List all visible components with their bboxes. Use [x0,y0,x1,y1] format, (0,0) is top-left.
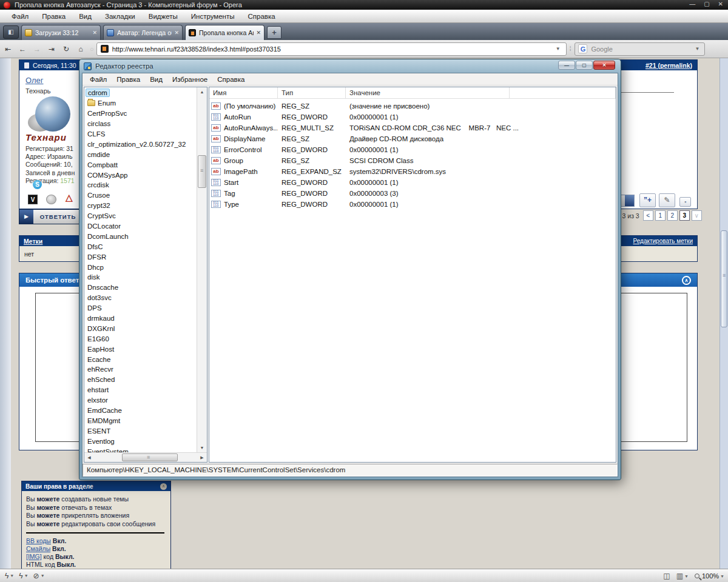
tree-item-disk[interactable]: disk [84,272,197,283]
tree-item-E1G60[interactable]: E1G60 [84,333,197,344]
tree-item-elxstor[interactable]: elxstor [84,395,197,406]
tree-item-Eventlog[interactable]: Eventlog [84,436,197,446]
tab-close-icon[interactable]: ✕ [172,30,179,36]
registry-menu-item-0[interactable]: Файл [85,74,112,85]
multiquote-icon[interactable]: ”+ [639,193,656,207]
tree-item-Enum[interactable]: Enum [84,98,197,109]
opera-menu-item-5[interactable]: Инструменты [184,11,241,22]
registry-value-row[interactable]: 011110StartREG_DWORD0x00000001 (1) [209,177,616,188]
pagination-page-3[interactable]: 3 [679,210,690,221]
tree-horizontal-scrollbar[interactable]: ◀ ▶ [84,452,207,462]
tree-item-drmkaud[interactable]: drmkaud [84,313,197,324]
registry-value-row[interactable]: abAutoRunAlways...REG_MULTI_SZTORiSAN CD… [209,122,616,133]
opera-menu-item-6[interactable]: Справка [241,11,282,22]
scroll-up-icon[interactable]: ▲ [197,87,207,96]
quick-edit-icon[interactable]: ✎ [659,193,675,207]
tree-vertical-scrollbar-thumb[interactable] [198,155,206,188]
column-header-value[interactable]: Значение [346,87,510,99]
reply-button[interactable]: ▶ ответить [19,209,83,224]
window-maximize-button[interactable]: ▢ [704,1,709,7]
tree-item-Ecache[interactable]: Ecache [84,354,197,364]
new-tab-button[interactable]: + [267,26,281,39]
registry-value-row[interactable]: 011110AutoRunREG_DWORD0x00000001 (1) [209,112,616,122]
opera-menu-item-2[interactable]: Вид [72,11,98,22]
ip-icon[interactable]: ▪ [679,197,691,207]
browser-tab-1[interactable]: Аватар: Легенда об Аа...✕ [103,25,183,40]
notes-icon[interactable]: ϟ▼ [19,572,28,580]
tree-item-ehstart[interactable]: ehstart [84,385,197,395]
tree-item-ESENT[interactable]: ESENT [84,426,197,436]
rewind-button[interactable]: ⇤ [1,42,15,56]
opera-menu-item-4[interactable]: Виджеты [142,11,184,22]
registry-value-row[interactable]: abDisplayNameREG_SZДрайвер CD-ROM дисков… [209,133,616,144]
browser-scrollbar-thumb[interactable] [721,230,727,327]
tree-item-EMDMgmt[interactable]: EMDMgmt [84,416,197,426]
home-button[interactable]: ⌂ [74,42,87,56]
registry-value-row[interactable]: abGroupREG_SZSCSI CDROM Class [209,155,616,166]
edit-tags-link[interactable]: Редактировать метки [633,238,693,244]
registry-value-row[interactable]: abImagePathREG_EXPAND_SZsystem32\DRIVERS… [209,166,616,177]
fast-forward-button[interactable]: ⇥ [45,42,58,56]
skype-icon[interactable]: S [33,180,42,189]
zoom-control[interactable]: 100% ▼ [695,572,724,580]
registry-maximize-button[interactable]: ▢ [576,61,593,70]
browser-tab-0[interactable]: Загрузки 33:12✕ [21,25,101,40]
back-button[interactable]: ← [16,42,29,56]
window-close-button[interactable]: ✕ [718,1,723,7]
v-badge-icon[interactable]: V [28,195,38,204]
address-dropdown-icon[interactable]: ▼ [554,46,562,52]
search-engine-dropdown-icon[interactable]: ▼ [693,46,702,52]
rights-code-link[interactable]: BB коды [26,537,51,544]
registry-menu-item-3[interactable]: Избранное [167,74,212,85]
tree-horizontal-scrollbar-thumb[interactable] [122,453,178,461]
tree-item-CertPropSvc[interactable]: CertPropSvc [84,109,197,119]
address-field[interactable]: http://www.tehnari.ru/f23/t38528/index3.… [96,42,567,56]
quick-preferences-icon[interactable]: ϟ▼ [5,572,14,580]
tree-item-DXGKrnl[interactable]: DXGKrnl [84,323,197,333]
scroll-left-icon[interactable]: ◀ [84,453,94,462]
registry-value-row[interactable]: 011110ErrorControlREG_DWORD0x00000001 (1… [209,144,616,155]
tree-item-DfsC[interactable]: DfsC [84,241,197,252]
tree-item-DPS[interactable]: DPS [84,303,197,313]
pagination-page-1[interactable]: 1 [655,210,666,221]
browser-tab-2[interactable]: Пропала кнопка Авто...✕ [185,25,265,40]
report-warning-icon[interactable]: △ [66,192,73,203]
tree-item-cmdide[interactable]: cmdide [84,149,197,159]
forward-button[interactable]: → [30,42,44,56]
panels-icon[interactable]: ◫ [663,572,670,580]
permalink-link[interactable]: #21 (permalink) [645,62,692,69]
tree-item-circlass[interactable]: circlass [84,119,197,129]
search-field[interactable]: G Google ▼ [575,42,705,56]
tree-item-DFSR[interactable]: DFSR [84,252,197,262]
tree-item-Dnscache[interactable]: Dnscache [84,283,197,293]
registry-value-row[interactable]: 011110TypeREG_DWORD0x00000001 (1) [209,199,616,210]
tree-item-DCLocator[interactable]: DCLocator [84,221,197,232]
tab-close-icon[interactable]: ✕ [254,30,261,36]
window-minimize-button[interactable]: — [689,1,695,7]
collapse-icon[interactable]: ∧ [682,276,691,285]
tree-item-CLFS[interactable]: CLFS [84,129,197,139]
scroll-right-icon[interactable]: ▶ [197,453,207,462]
pagination-prev[interactable]: < [643,210,653,221]
user-badge-icon[interactable] [46,195,56,204]
registry-menu-item-1[interactable]: Правка [112,74,145,85]
panel-toggle-button[interactable]: ◧ [3,25,19,39]
column-header-type[interactable]: Тип [278,87,346,99]
zoom-dropdown-icon[interactable]: ▼ [720,574,724,578]
tree-item-crcdisk[interactable]: crcdisk [84,180,197,190]
pagination-page-2[interactable]: 2 [667,210,678,221]
tree-item-cdrom[interactable]: cdrom [84,88,197,98]
tree-item-COMSysApp[interactable]: COMSysApp [84,170,197,180]
tree-item-EapHost[interactable]: EapHost [84,344,197,354]
tree-item-ehSched[interactable]: ehSched [84,375,197,385]
tab-close-icon[interactable]: ✕ [90,30,97,36]
opera-menu-item-0[interactable]: Файл [5,11,35,22]
username-link[interactable]: Олег [25,76,44,85]
rights-collapse-icon[interactable]: ∧ [160,483,167,490]
opera-menu-item-1[interactable]: Правка [35,11,72,22]
registry-value-row[interactable]: ab(По умолчанию)REG_SZ(значение не присв… [209,101,616,112]
tree-item-Dhcp[interactable]: Dhcp [84,262,197,272]
tree-item-Crusoe[interactable]: Crusoe [84,190,197,201]
rights-code-link[interactable]: Смайлы [26,545,50,552]
tree-item-CryptSvc[interactable]: CryptSvc [84,211,197,221]
